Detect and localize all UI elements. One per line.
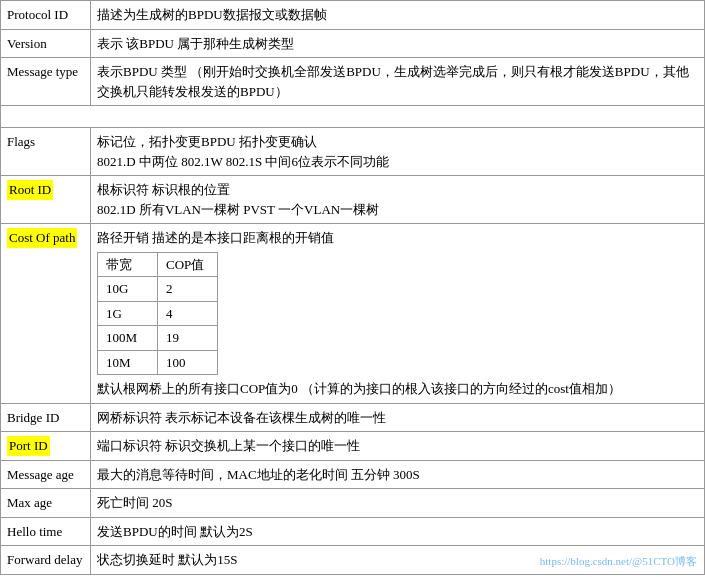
table-row-bridge-id: Bridge ID网桥标识符 表示标记本设备在该棵生成树的唯一性	[1, 403, 705, 432]
cop-cell: 100M	[98, 326, 158, 351]
cop-cell: 2	[158, 277, 218, 302]
cop-table: 带宽COP值10G21G4100M1910M100	[97, 252, 218, 376]
table-row-version: Version表示 该BPDU 属于那种生成树类型	[1, 29, 705, 58]
label-hello-time: Hello time	[1, 517, 91, 546]
cop-cell: 100	[158, 350, 218, 375]
table-row-message-type: Message type表示BPDU 类型 （刚开始时交换机全部发送BPDU，生…	[1, 58, 705, 106]
cop-header: 带宽	[98, 252, 158, 277]
cop-footer: 默认根网桥上的所有接口COP值为0 （计算的为接口的根入该接口的方向经过的cos…	[97, 379, 698, 399]
table-row-port-id: Port ID端口标识符 标识交换机上某一个接口的唯一性	[1, 432, 705, 461]
cop-header: COP值	[158, 252, 218, 277]
content-message-age: 最大的消息等待时间，MAC地址的老化时间 五分钟 300S	[91, 460, 705, 489]
content-bridge-id: 网桥标识符 表示标记本设备在该棵生成树的唯一性	[91, 403, 705, 432]
content-cost-of-path: 路径开销 描述的是本接口距离根的开销值带宽COP值10G21G4100M1910…	[91, 224, 705, 404]
cop-cell: 19	[158, 326, 218, 351]
label-bridge-id: Bridge ID	[1, 403, 91, 432]
content-max-age: 死亡时间 20S	[91, 489, 705, 518]
content-port-id: 端口标识符 标识交换机上某一个接口的唯一性	[91, 432, 705, 461]
label-message-age: Message age	[1, 460, 91, 489]
label-cost-of-path: Cost Of path	[1, 224, 91, 404]
content-text: 802.1D 所有VLAN一棵树 PVST 一个VLAN一棵树	[97, 202, 379, 217]
main-table: Protocol ID描述为生成树的BPDU数据报文或数据帧Version表示 …	[0, 0, 705, 575]
label-forward-delay: Forward delay	[1, 546, 91, 575]
content-text: 状态切换延时 默认为15S	[97, 552, 237, 567]
content-text: 根标识符 标识根的位置	[97, 182, 230, 197]
table-row-message-age: Message age最大的消息等待时间，MAC地址的老化时间 五分钟 300S	[1, 460, 705, 489]
table-row-root-id: Root ID根标识符 标识根的位置802.1D 所有VLAN一棵树 PVST …	[1, 176, 705, 224]
table-row-hello-time: Hello time发送BPDU的时间 默认为2S	[1, 517, 705, 546]
content-flags: 标记位，拓扑变更BPDU 拓扑变更确认8021.D 中两位 802.1W 802…	[91, 128, 705, 176]
label-protocol-id: Protocol ID	[1, 1, 91, 30]
table-row-max-age: Max age死亡时间 20S	[1, 489, 705, 518]
table-row-protocol-id: Protocol ID描述为生成树的BPDU数据报文或数据帧	[1, 1, 705, 30]
table-row-cost-of-path: Cost Of path路径开销 描述的是本接口距离根的开销值带宽COP值10G…	[1, 224, 705, 404]
table-row-flags: Flags标记位，拓扑变更BPDU 拓扑变更确认8021.D 中两位 802.1…	[1, 128, 705, 176]
label-flags: Flags	[1, 128, 91, 176]
content-text: 网桥标识符 表示标记本设备在该棵生成树的唯一性	[97, 410, 386, 425]
content-text: 表示 该BPDU 属于那种生成树类型	[97, 36, 294, 51]
label-max-age: Max age	[1, 489, 91, 518]
content-text: 8021.D 中两位 802.1W 802.1S 中间6位表示不同功能	[97, 154, 389, 169]
table-row-empty1	[1, 106, 705, 128]
content-hello-time: 发送BPDU的时间 默认为2S	[91, 517, 705, 546]
cop-cell: 10M	[98, 350, 158, 375]
label-port-id: Port ID	[1, 432, 91, 461]
content-text: 描述为生成树的BPDU数据报文或数据帧	[97, 7, 327, 22]
content-text: 死亡时间 20S	[97, 495, 172, 510]
content-version: 表示 该BPDU 属于那种生成树类型	[91, 29, 705, 58]
label-message-type: Message type	[1, 58, 91, 106]
cop-cell: 4	[158, 301, 218, 326]
label-version: Version	[1, 29, 91, 58]
content-text: 最大的消息等待时间，MAC地址的老化时间 五分钟 300S	[97, 467, 420, 482]
content-text: 发送BPDU的时间 默认为2S	[97, 524, 253, 539]
content-message-type: 表示BPDU 类型 （刚开始时交换机全部发送BPDU，生成树选举完成后，则只有根…	[91, 58, 705, 106]
watermark: https://blog.csdn.net/@51CTO博客	[540, 554, 697, 569]
content-text: 标记位，拓扑变更BPDU 拓扑变更确认	[97, 134, 317, 149]
content-protocol-id: 描述为生成树的BPDU数据报文或数据帧	[91, 1, 705, 30]
content-text: 表示BPDU 类型 （刚开始时交换机全部发送BPDU，生成树选举完成后，则只有根…	[97, 64, 689, 99]
content-text: 端口标识符 标识交换机上某一个接口的唯一性	[97, 438, 360, 453]
cop-cell: 10G	[98, 277, 158, 302]
label-root-id: Root ID	[1, 176, 91, 224]
cop-cell: 1G	[98, 301, 158, 326]
content-root-id: 根标识符 标识根的位置802.1D 所有VLAN一棵树 PVST 一个VLAN一…	[91, 176, 705, 224]
intro-text: 路径开销 描述的是本接口距离根的开销值	[97, 228, 698, 248]
